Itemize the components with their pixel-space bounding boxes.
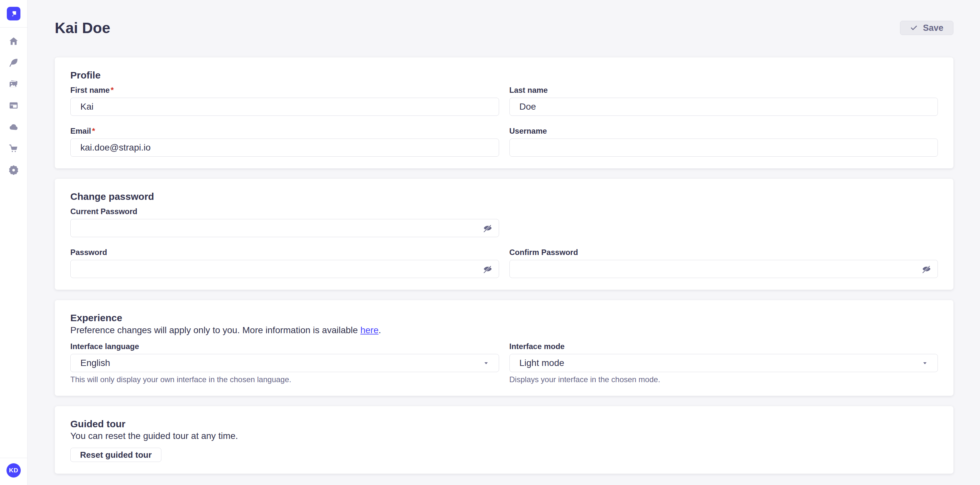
change-password-section-title: Change password <box>70 190 938 203</box>
eye-slash-icon <box>922 264 931 274</box>
experience-description: Preference changes will apply only to yo… <box>70 325 938 336</box>
required-asterisk: * <box>92 126 95 136</box>
email-field-group: Email* <box>70 126 499 157</box>
layout-icon[interactable] <box>8 100 19 111</box>
profile-form: First name* Last name Email* <box>70 85 938 157</box>
new-password-input[interactable] <box>70 260 499 278</box>
toggle-password-visibility-button[interactable] <box>483 223 493 233</box>
main-content: Kai Doe Save Profile First name* Last na… <box>27 0 980 474</box>
feather-icon[interactable] <box>8 57 19 68</box>
interface-language-select[interactable]: English <box>70 354 499 372</box>
user-avatar[interactable]: KD <box>6 463 21 477</box>
confirm-password-field-group: Confirm Password <box>509 247 938 278</box>
cart-icon[interactable] <box>8 143 19 153</box>
new-password-field-group: Password <box>70 247 499 278</box>
guided-tour-section-title: Guided tour <box>70 418 938 430</box>
save-button[interactable]: Save <box>900 21 953 35</box>
experience-section-title: Experience <box>70 312 938 324</box>
email-input[interactable] <box>70 139 499 157</box>
sidebar-footer: KD <box>0 458 27 485</box>
reset-guided-tour-button[interactable]: Reset guided tour <box>70 448 161 462</box>
change-password-card: Change password Current Password <box>55 179 953 290</box>
strapi-logo-glyph <box>10 10 18 18</box>
page-title: Kai Doe <box>55 18 110 38</box>
toggle-password-visibility-button[interactable] <box>483 264 493 274</box>
profile-card: Profile First name* Last name <box>55 57 953 168</box>
interface-mode-label: Interface mode <box>509 341 938 351</box>
interface-language-hint: This will only display your own interfac… <box>70 375 499 384</box>
confirm-password-label: Confirm Password <box>509 247 938 257</box>
experience-form: Interface language English This will onl… <box>70 341 938 384</box>
current-password-input[interactable] <box>70 219 499 237</box>
guided-tour-card: Guided tour You can reset the guided tou… <box>55 406 953 474</box>
check-icon <box>910 24 918 32</box>
interface-language-field-group: Interface language English This will onl… <box>70 341 499 384</box>
page-header: Kai Doe Save <box>55 0 953 38</box>
interface-language-label: Interface language <box>70 341 499 351</box>
gear-icon[interactable] <box>8 164 19 175</box>
cloud-icon[interactable] <box>8 122 19 132</box>
first-name-label: First name* <box>70 85 499 95</box>
interface-language-value: English <box>80 358 110 368</box>
username-input[interactable] <box>509 139 938 157</box>
current-password-label: Current Password <box>70 207 499 216</box>
interface-mode-value: Light mode <box>520 358 565 368</box>
more-information-link[interactable]: here <box>360 325 379 335</box>
media-icon[interactable] <box>8 79 19 89</box>
interface-mode-select[interactable]: Light mode <box>509 354 938 372</box>
guided-tour-description: You can reset the guided tour at any tim… <box>70 431 938 441</box>
interface-mode-field-group: Interface mode Light mode Displays your … <box>509 341 938 384</box>
first-name-input[interactable] <box>70 98 499 116</box>
interface-mode-hint: Displays your interface in the chosen mo… <box>509 375 938 384</box>
first-name-field-group: First name* <box>70 85 499 116</box>
toggle-password-visibility-button[interactable] <box>922 264 931 274</box>
chevron-down-icon <box>482 359 490 367</box>
confirm-password-input[interactable] <box>509 260 938 278</box>
eye-slash-icon <box>483 223 493 233</box>
username-field-group: Username <box>509 126 938 157</box>
save-button-label: Save <box>923 23 943 33</box>
email-label: Email* <box>70 126 499 136</box>
chevron-down-icon <box>921 359 929 367</box>
last-name-input[interactable] <box>509 98 938 116</box>
required-asterisk: * <box>110 85 113 95</box>
username-label: Username <box>509 126 938 136</box>
experience-card: Experience Preference changes will apply… <box>55 300 953 396</box>
last-name-field-group: Last name <box>509 85 938 116</box>
home-icon[interactable] <box>8 36 19 46</box>
change-password-form: Current Password Password <box>70 207 938 278</box>
new-password-label: Password <box>70 247 499 257</box>
main-nav-sidebar: KD <box>0 0 27 485</box>
avatar-initials: KD <box>9 467 18 474</box>
strapi-logo[interactable] <box>7 7 21 21</box>
sidebar-nav <box>8 36 19 175</box>
last-name-label: Last name <box>509 85 938 95</box>
current-password-field-group: Current Password <box>70 207 499 237</box>
profile-section-title: Profile <box>70 69 938 81</box>
eye-slash-icon <box>483 264 493 274</box>
